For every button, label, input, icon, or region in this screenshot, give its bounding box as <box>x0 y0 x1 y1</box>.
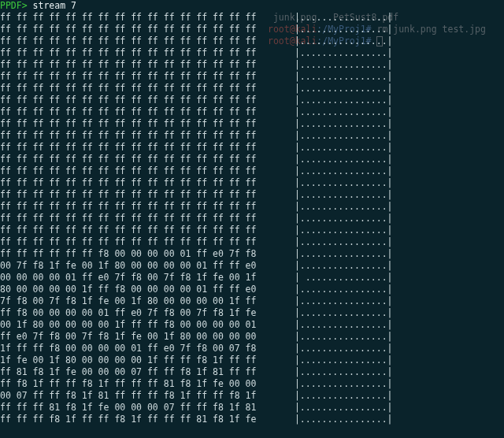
hex-row: ff ff ff ff ff ff ff ff ff ff ff ff ff f… <box>0 130 504 142</box>
hex-row: ff ff ff ff ff ff ff ff ff ff ff ff ff f… <box>0 95 504 106</box>
ascii-repr: |................| <box>295 165 393 176</box>
ascii-repr: |................| <box>295 83 393 94</box>
hex-bytes: ff ff ff ff ff ff ff ff ff ff ff ff ff f… <box>0 177 295 188</box>
ascii-repr: |................| <box>295 177 393 188</box>
ascii-repr: |................| <box>295 142 393 153</box>
hex-bytes: ff e0 7f f8 00 7f f8 1f fe 00 1f 80 00 0… <box>0 331 295 342</box>
hex-bytes: ff 81 f8 1f fe 00 00 00 07 ff ff f8 1f 8… <box>0 366 295 377</box>
ascii-repr: |................| <box>295 295 393 306</box>
hex-bytes: ff ff ff ff ff ff ff ff ff ff ff ff ff f… <box>0 12 295 23</box>
hex-row: ff ff ff ff ff ff ff ff ff ff ff ff ff f… <box>0 177 504 189</box>
hex-bytes: 7f f8 00 7f f8 1f fe 00 1f 80 00 00 00 0… <box>0 295 295 306</box>
hex-row: 00 1f 80 00 00 00 00 1f ff ff f8 00 00 0… <box>0 319 504 331</box>
hex-bytes: 00 7f f8 1f fe 00 1f 80 00 00 00 00 01 f… <box>0 260 295 271</box>
hex-row: ff ff ff ff ff ff ff ff ff ff ff ff ff f… <box>0 201 504 213</box>
hex-row: 00 00 00 00 01 ff e0 7f f8 00 7f f8 1f f… <box>0 272 504 284</box>
hex-bytes: 1f fe 00 1f 80 00 00 00 00 1f ff ff f8 1… <box>0 354 295 366</box>
ascii-repr: |................| <box>295 71 393 82</box>
ascii-repr: |................| <box>295 118 393 129</box>
hex-row: ff 81 f8 1f fe 00 00 00 07 ff ff f8 1f 8… <box>0 366 504 378</box>
ascii-repr: |................| <box>295 59 393 70</box>
hex-bytes: ff ff ff ff ff ff ff ff ff ff ff ff ff f… <box>0 189 295 200</box>
ascii-repr: |................| <box>295 35 393 46</box>
hex-row: ff ff ff ff ff ff ff ff ff ff ff ff ff f… <box>0 24 504 35</box>
hex-row: ff ff ff ff ff ff ff ff ff ff ff ff ff f… <box>0 71 504 83</box>
hex-bytes: ff ff ff ff ff ff ff ff ff ff ff ff ff f… <box>0 236 295 247</box>
ascii-repr: |................| <box>295 225 393 236</box>
ascii-repr: |................| <box>295 24 393 35</box>
prompt: PPDF> <box>0 0 28 11</box>
terminal-screen: junk.png PetSust8.pdf root@kali:/MyProj1… <box>0 0 504 438</box>
hex-bytes: ff f8 00 00 00 00 01 ff e0 7f f8 00 7f f… <box>0 307 295 318</box>
ascii-repr: |................| <box>295 331 393 342</box>
hex-bytes: 00 1f 80 00 00 00 00 1f ff ff f8 00 00 0… <box>0 319 295 330</box>
hex-row: ff ff ff ff ff ff ff ff ff ff ff ff ff f… <box>0 106 504 118</box>
ascii-repr: |................| <box>295 154 393 165</box>
hex-bytes: ff ff ff ff ff ff ff ff ff ff ff ff ff f… <box>0 24 295 35</box>
main-terminal[interactable]: PPDF> stream 7ff ff ff ff ff ff ff ff ff… <box>0 0 504 425</box>
hex-row: 00 7f f8 1f fe 00 1f 80 00 00 00 00 01 f… <box>0 260 504 272</box>
hex-bytes: 00 00 00 00 01 ff e0 7f f8 00 7f f8 1f f… <box>0 272 295 283</box>
hex-bytes: ff ff ff ff ff ff f8 00 00 00 00 01 ff e… <box>0 248 295 259</box>
hex-row: ff f8 1f ff ff f8 1f ff ff ff 81 f8 1f f… <box>0 378 504 390</box>
hex-row: ff ff ff ff ff ff f8 00 00 00 00 01 ff e… <box>0 248 504 260</box>
hex-bytes: ff ff ff ff ff ff ff ff ff ff ff ff ff f… <box>0 47 295 58</box>
ascii-repr: |................| <box>295 402 393 413</box>
hex-bytes: ff ff ff ff ff ff ff ff ff ff ff ff ff f… <box>0 83 295 94</box>
hex-row: ff ff ff 81 f8 1f fe 00 00 00 07 ff ff f… <box>0 402 504 414</box>
prompt-line: PPDF> stream 7 <box>0 0 504 12</box>
hex-bytes: ff ff ff ff ff ff ff ff ff ff ff ff ff f… <box>0 59 295 70</box>
ascii-repr: |................| <box>295 414 393 425</box>
hex-row: ff ff ff ff ff ff ff ff ff ff ff ff ff f… <box>0 213 504 225</box>
ascii-repr: |................| <box>295 378 393 389</box>
hex-row: ff ff ff f8 1f ff ff f8 1f ff ff ff 81 f… <box>0 414 504 425</box>
hex-bytes: ff ff ff 81 f8 1f fe 00 00 00 07 ff ff f… <box>0 402 295 413</box>
hex-bytes: ff ff ff ff ff ff ff ff ff ff ff ff ff f… <box>0 213 295 224</box>
ascii-repr: |................| <box>295 248 393 259</box>
ascii-repr: | ...............| <box>295 272 393 283</box>
hex-bytes: ff ff ff ff ff ff ff ff ff ff ff ff ff f… <box>0 118 295 129</box>
hex-dump: ff ff ff ff ff ff ff ff ff ff ff ff ff f… <box>0 12 504 425</box>
hex-row: ff ff ff ff ff ff ff ff ff ff ff ff ff f… <box>0 236 504 248</box>
hex-bytes: 80 00 00 00 00 1f ff f8 00 00 00 00 01 f… <box>0 284 295 295</box>
hex-bytes: ff ff ff ff ff ff ff ff ff ff ff ff ff f… <box>0 165 295 176</box>
hex-row: 00 07 ff ff f8 1f 81 ff ff ff f8 1f ff f… <box>0 390 504 402</box>
hex-row: 80 00 00 00 00 1f ff f8 00 00 00 00 01 f… <box>0 284 504 295</box>
hex-row: ff ff ff ff ff ff ff ff ff ff ff ff ff f… <box>0 118 504 130</box>
ascii-repr: |................| <box>295 366 393 377</box>
ascii-repr: |................| <box>295 284 393 295</box>
hex-row: ff ff ff ff ff ff ff ff ff ff ff ff ff f… <box>0 12 504 24</box>
ascii-repr: |................| <box>295 236 393 247</box>
ascii-repr: |................| <box>295 390 393 401</box>
hex-bytes: 1f ff ff f8 00 00 00 00 01 ff e0 7f f8 0… <box>0 343 295 354</box>
hex-row: ff ff ff ff ff ff ff ff ff ff ff ff ff f… <box>0 59 504 71</box>
hex-bytes: ff ff ff ff ff ff ff ff ff ff ff ff ff f… <box>0 35 295 46</box>
hex-row: ff ff ff ff ff ff ff ff ff ff ff ff ff f… <box>0 83 504 95</box>
hex-bytes: ff ff ff ff ff ff ff ff ff ff ff ff ff f… <box>0 130 295 141</box>
ascii-repr: |................| <box>295 343 393 354</box>
ascii-repr: |................| <box>295 354 393 366</box>
hex-bytes: ff ff ff ff ff ff ff ff ff ff ff ff ff f… <box>0 225 295 236</box>
hex-row: ff ff ff ff ff ff ff ff ff ff ff ff ff f… <box>0 165 504 177</box>
ascii-repr: |................| <box>295 106 393 117</box>
hex-bytes: ff ff ff ff ff ff ff ff ff ff ff ff ff f… <box>0 201 295 212</box>
ascii-repr: |................| <box>295 319 393 330</box>
hex-bytes: ff f8 1f ff ff f8 1f ff ff ff 81 f8 1f f… <box>0 378 295 389</box>
hex-row: 7f f8 00 7f f8 1f fe 00 1f 80 00 00 00 0… <box>0 295 504 307</box>
ascii-repr: |................| <box>295 47 393 58</box>
hex-row: 1f fe 00 1f 80 00 00 00 00 1f ff ff f8 1… <box>0 354 504 366</box>
ascii-repr: |................| <box>295 130 393 141</box>
hex-row: ff ff ff ff ff ff ff ff ff ff ff ff ff f… <box>0 47 504 59</box>
hex-row: 1f ff ff f8 00 00 00 00 01 ff e0 7f f8 0… <box>0 343 504 354</box>
hex-row: ff f8 00 00 00 00 01 ff e0 7f f8 00 7f f… <box>0 307 504 319</box>
ascii-repr: |................| <box>295 307 393 318</box>
ascii-repr: |................| <box>295 189 393 200</box>
command-input[interactable]: stream 7 <box>28 0 76 11</box>
hex-bytes: ff ff ff ff ff ff ff ff ff ff ff ff ff f… <box>0 95 295 106</box>
hex-bytes: ff ff ff ff ff ff ff ff ff ff ff ff ff f… <box>0 142 295 153</box>
hex-bytes: ff ff ff ff ff ff ff ff ff ff ff ff ff f… <box>0 106 295 117</box>
ascii-repr: |................| <box>295 12 393 23</box>
hex-bytes: ff ff ff ff ff ff ff ff ff ff ff ff ff f… <box>0 71 295 82</box>
hex-row: ff e0 7f f8 00 7f f8 1f fe 00 1f 80 00 0… <box>0 331 504 343</box>
ascii-repr: |................| <box>295 213 393 224</box>
